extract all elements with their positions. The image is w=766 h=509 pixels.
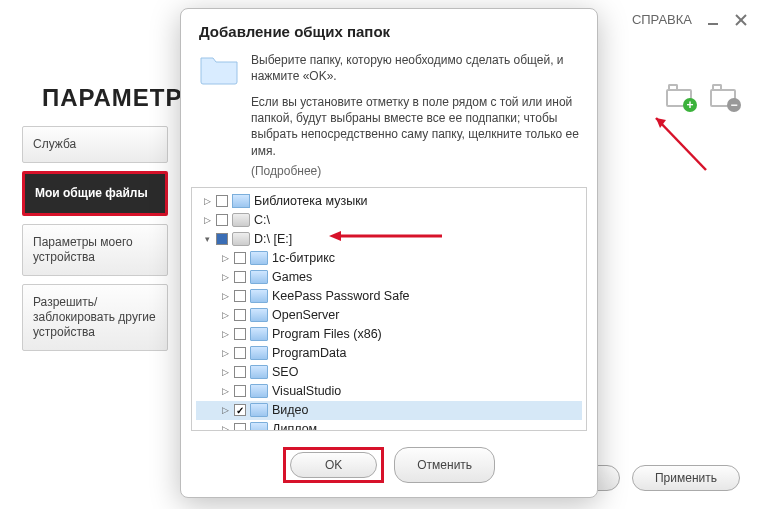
expand-icon[interactable]: ▷ [220,386,230,396]
checkbox[interactable] [234,385,246,397]
checkbox[interactable] [216,195,228,207]
expand-icon[interactable]: ▷ [202,196,212,206]
tree-label: Games [272,270,312,284]
tree-label: Видео [272,403,309,417]
sidebar-item-service[interactable]: Служба [22,126,168,163]
tree-row[interactable]: ▷SEO [196,363,582,382]
dialog-footer: OK Отменить [181,439,597,497]
expand-icon[interactable]: ▷ [220,405,230,415]
checkbox[interactable] [234,347,246,359]
ok-button[interactable]: OK [290,452,377,478]
tree-label: Библиотека музыки [254,194,368,208]
folder-icon [250,403,268,417]
window-topbar: СПРАВКА [632,12,748,27]
folder-icon [250,270,268,284]
main-apply-button[interactable]: Применить [632,465,740,491]
help-link[interactable]: СПРАВКА [632,12,692,27]
sidebar-item-shared-files[interactable]: Мои общие файлы [22,171,168,216]
checkbox[interactable] [234,366,246,378]
folder-icon [199,52,239,86]
tree-row[interactable]: ▷Диплом [196,420,582,431]
checkbox[interactable] [234,328,246,340]
expand-icon[interactable]: ▷ [202,215,212,225]
folder-tree[interactable]: ▷Библиотека музыки▷C:\▾D:\ [E:]▷1с-битри… [191,187,587,431]
tree-label: ProgramData [272,346,346,360]
tree-row[interactable]: ▾D:\ [E:] [196,230,582,249]
dialog-description: Выберите папку, которую необходимо сдела… [251,52,579,86]
dialog-title: Добавление общих папок [181,9,597,48]
tree-label: SEO [272,365,298,379]
expand-icon[interactable]: ▷ [220,291,230,301]
add-shared-folders-dialog: Добавление общих папок Выберите папку, к… [180,8,598,498]
minimize-icon[interactable] [706,13,720,27]
tree-label: C:\ [254,213,270,227]
folder-toolbar: + − [666,85,736,107]
tree-row[interactable]: ▷Библиотека музыки [196,192,582,211]
svg-marker-4 [656,118,666,128]
annotation-arrow-add [646,110,716,180]
more-link[interactable]: (Подробнее) [251,164,321,178]
close-icon[interactable] [734,13,748,27]
tree-label: Program Files (x86) [272,327,382,341]
tree-label: D:\ [E:] [254,232,292,246]
tree-label: OpenServer [272,308,339,322]
ok-highlight: OK [283,447,384,483]
sidebar-item-allow-block[interactable]: Разрешить/ заблокировать другие устройст… [22,284,168,351]
expand-icon[interactable]: ▷ [220,424,230,431]
tree-row[interactable]: ▷1с-битрикс [196,249,582,268]
expand-icon[interactable]: ▷ [220,253,230,263]
checkbox[interactable] [234,271,246,283]
tree-row[interactable]: ▷Видео [196,401,582,420]
expand-icon[interactable]: ▾ [202,234,212,244]
checkbox[interactable] [234,309,246,321]
plus-icon: + [683,98,697,112]
add-folder-button[interactable]: + [666,85,692,107]
music-icon [232,194,250,208]
checkbox[interactable] [234,404,246,416]
folder-icon [250,289,268,303]
checkbox[interactable] [216,214,228,226]
checkbox[interactable] [234,290,246,302]
sidebar: Служба Мои общие файлы Параметры моего у… [22,126,168,351]
folder-icon [250,346,268,360]
checkbox[interactable] [234,252,246,264]
svg-line-3 [656,118,706,170]
folder-icon [250,384,268,398]
tree-label: Диплом [272,422,317,431]
tree-row[interactable]: ▷VisualStudio [196,382,582,401]
drive-icon [232,213,250,227]
tree-label: VisualStudio [272,384,341,398]
minus-icon: − [727,98,741,112]
tree-row[interactable]: ▷OpenServer [196,306,582,325]
folder-icon [250,251,268,265]
sidebar-item-device-params[interactable]: Параметры моего устройства [22,224,168,276]
tree-row[interactable]: ▷Games [196,268,582,287]
checkbox[interactable] [216,233,228,245]
tree-row[interactable]: ▷Program Files (x86) [196,325,582,344]
tree-label: KeePass Password Safe [272,289,410,303]
remove-folder-button[interactable]: − [710,85,736,107]
checkbox[interactable] [234,423,246,431]
folder-icon [250,365,268,379]
expand-icon[interactable]: ▷ [220,348,230,358]
expand-icon[interactable]: ▷ [220,367,230,377]
dialog-cancel-button[interactable]: Отменить [394,447,495,483]
tree-row[interactable]: ▷KeePass Password Safe [196,287,582,306]
folder-icon [250,327,268,341]
expand-icon[interactable]: ▷ [220,272,230,282]
expand-icon[interactable]: ▷ [220,310,230,320]
folder-icon [250,308,268,322]
tree-label: 1с-битрикс [272,251,335,265]
tree-row[interactable]: ▷C:\ [196,211,582,230]
dialog-note: Если вы установите отметку в поле рядом … [181,92,597,161]
drive-icon [232,232,250,246]
folder-icon [250,422,268,431]
expand-icon[interactable]: ▷ [220,329,230,339]
tree-row[interactable]: ▷ProgramData [196,344,582,363]
